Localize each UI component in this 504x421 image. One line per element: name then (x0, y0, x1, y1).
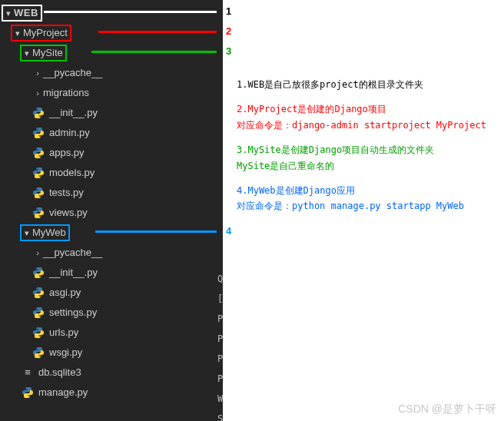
file-label: db.sqlite3 (38, 363, 81, 383)
file-label: admin.py (49, 123, 90, 143)
python-file-icon (32, 307, 45, 319)
file-item[interactable]: wsgi.py (0, 343, 223, 363)
chevron-right-icon: › (32, 243, 43, 263)
chevron-down-icon: ▾ (12, 23, 23, 43)
file-label: settings.py (49, 303, 97, 323)
note-3: 3.MySite是创建Django项目自动生成的文件夹 MySite是自己重命名… (237, 142, 498, 174)
file-item[interactable]: tests.py (0, 183, 223, 203)
python-file-icon (32, 346, 45, 359)
file-label: models.py (49, 163, 94, 183)
python-file-icon (32, 167, 45, 179)
folder-web[interactable]: ▾ WEB (0, 3, 223, 23)
folder-myproject[interactable]: ▾ MyProject (0, 23, 223, 43)
folder-label: MyProject (23, 23, 68, 43)
file-label: __init__.py (49, 263, 98, 283)
marker-line-3 (91, 51, 217, 53)
python-file-icon (32, 207, 45, 219)
python-file-icon (22, 386, 34, 399)
file-item[interactable]: __init__.py (0, 103, 223, 123)
folder-label: MyWeb (32, 223, 66, 243)
folder-myweb[interactable]: ▾ MyWeb (0, 223, 223, 243)
folder-item[interactable]: ›__pycache__ (0, 243, 223, 263)
marker-line-4 (95, 230, 217, 233)
folder-item[interactable]: ›__pycache__ (0, 63, 223, 83)
annotation-notes: 1.WEB是自己放很多project的根目录文件夹 2.MyProject是创建… (237, 77, 498, 224)
python-file-icon (32, 147, 45, 159)
folder-item[interactable]: ›migrations (0, 83, 223, 103)
file-item[interactable]: views.py (0, 203, 223, 223)
file-item[interactable]: settings.py (0, 303, 223, 323)
chevron-down-icon: ▾ (22, 223, 32, 243)
file-item[interactable]: urls.py (0, 323, 223, 343)
file-label: __pycache__ (43, 63, 102, 83)
marker-number-1: 1 (226, 5, 231, 17)
note-4: 4.MyWeb是创建Django应用 对应命令是：python manage.p… (237, 183, 498, 214)
file-item[interactable]: manage.py (0, 383, 223, 403)
file-label: views.py (49, 203, 88, 223)
python-file-icon (32, 287, 45, 299)
note-2: 2.MyProject是创建的Django项目 对应命令是：django-adm… (237, 101, 498, 133)
right-edge-column: Q[PPPPWS (217, 269, 223, 421)
marker-line-2 (98, 31, 217, 33)
python-file-icon (32, 327, 45, 339)
file-item[interactable]: __init__.py (0, 263, 223, 283)
python-file-icon (32, 187, 45, 199)
folder-mysite[interactable]: ▾ MySite (0, 43, 223, 63)
chevron-right-icon: › (32, 83, 43, 103)
file-label: __pycache__ (43, 243, 102, 263)
file-item[interactable]: apps.py (0, 143, 223, 163)
file-label: urls.py (49, 323, 78, 343)
chevron-down-icon: ▾ (3, 3, 14, 23)
file-label: manage.py (38, 383, 88, 403)
watermark: CSDN @是萝卜干呀 (398, 403, 496, 416)
marker-number-3: 3 (226, 45, 231, 57)
file-label: asgi.py (49, 283, 81, 303)
file-label: apps.py (49, 143, 85, 163)
folder-label: WEB (14, 3, 38, 23)
file-explorer: ▾ WEB ▾ MyProject ▾ MySite ›__pycache__›… (0, 0, 223, 421)
file-label: wsgi.py (49, 343, 82, 363)
marker-number-2: 2 (226, 25, 231, 37)
chevron-down-icon: ▾ (22, 43, 32, 63)
database-file-icon: ≡ (22, 366, 34, 379)
folder-label: MySite (32, 43, 63, 63)
marker-number-4: 4 (226, 225, 231, 237)
file-item[interactable]: admin.py (0, 123, 223, 143)
file-item[interactable]: asgi.py (0, 283, 223, 303)
python-file-icon (32, 127, 45, 139)
chevron-right-icon: › (32, 63, 43, 83)
note-1: 1.WEB是自己放很多project的根目录文件夹 (237, 77, 498, 92)
python-file-icon (32, 267, 45, 279)
python-file-icon (32, 107, 45, 119)
file-label: __init__.py (49, 103, 98, 123)
file-item[interactable]: models.py (0, 163, 223, 183)
marker-line-1 (44, 11, 217, 13)
file-label: migrations (43, 83, 89, 103)
file-item[interactable]: ≡db.sqlite3 (0, 363, 223, 383)
file-label: tests.py (49, 183, 84, 203)
